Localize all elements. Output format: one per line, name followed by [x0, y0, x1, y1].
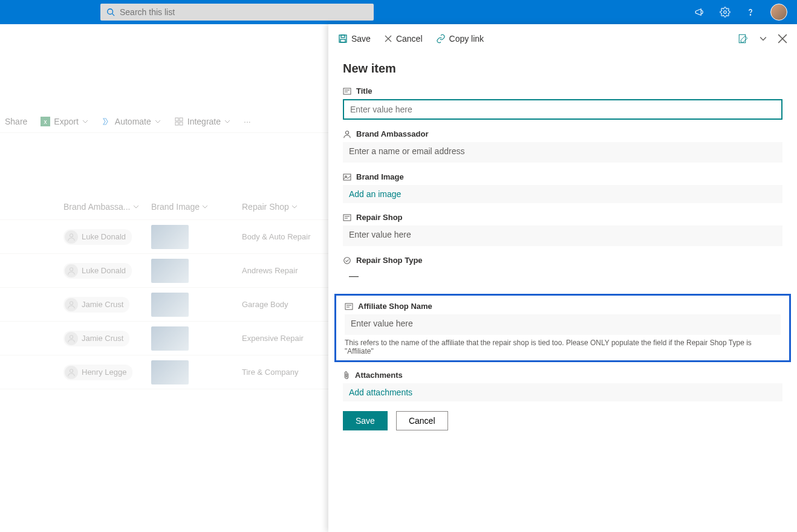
persona-chip[interactable]: Jamie Crust — [63, 297, 129, 313]
brand-image-thumb — [151, 326, 189, 351]
brand-image-thumb — [151, 360, 189, 384]
copy-link-button[interactable]: Copy link — [436, 34, 484, 44]
persona-name: Jamie Crust — [82, 334, 123, 343]
save-button[interactable]: Save — [343, 411, 388, 430]
svg-point-26 — [345, 131, 348, 134]
brand-image-thumb — [151, 225, 189, 249]
col-repair-shop[interactable]: Repair Shop — [242, 202, 333, 212]
choice-icon — [343, 256, 351, 265]
svg-point-10 — [70, 233, 73, 236]
image-icon — [343, 174, 351, 181]
add-attachments-link[interactable]: Add attachments — [343, 383, 782, 401]
app-header — [0, 0, 797, 24]
brand-ambassador-label: Brand Ambassador — [356, 129, 428, 138]
svg-point-2 — [724, 11, 727, 14]
svg-point-32 — [344, 257, 351, 264]
svg-rect-33 — [345, 303, 353, 310]
chevron-down-icon[interactable] — [760, 35, 767, 42]
col-brand-image[interactable]: Brand Image — [151, 202, 242, 212]
settings-icon[interactable] — [720, 7, 730, 18]
search-icon — [106, 8, 115, 16]
panel-toolbar: Save Cancel Copy link — [328, 24, 797, 53]
persona-chip[interactable]: Luke Donald — [63, 229, 132, 245]
repair-shop-type-label: Repair Shop Type — [356, 256, 423, 265]
repair-shop-cell: Tire & Company — [242, 368, 333, 377]
cancel-button[interactable]: Cancel — [396, 411, 448, 430]
integrate-button[interactable]: Integrate — [174, 117, 230, 126]
svg-point-3 — [750, 15, 750, 15]
chevron-down-icon — [291, 204, 298, 210]
title-input[interactable] — [343, 99, 782, 120]
new-item-panel: Save Cancel Copy link New item — [328, 24, 797, 532]
svg-rect-8 — [175, 122, 178, 125]
user-avatar[interactable] — [770, 4, 787, 21]
svg-point-11 — [70, 267, 73, 270]
close-icon — [384, 34, 392, 43]
brand-ambassador-input[interactable]: Enter a name or email address — [343, 142, 782, 163]
megaphone-icon[interactable] — [694, 7, 705, 18]
svg-rect-7 — [180, 118, 183, 121]
flow-icon — [102, 117, 111, 126]
persona-avatar-icon — [65, 332, 78, 345]
search-box[interactable] — [100, 4, 374, 21]
repair-shop-cell: Andrews Repair — [242, 266, 333, 275]
persona-chip[interactable]: Henry Legge — [63, 365, 132, 380]
persona-avatar-icon — [65, 230, 78, 244]
repair-shop-cell: Body & Auto Repair — [242, 232, 333, 241]
brand-image-thumb — [151, 293, 189, 317]
excel-icon: x — [41, 117, 50, 126]
text-field-icon — [343, 214, 351, 221]
brand-image-thumb — [151, 259, 189, 283]
repair-shop-label: Repair Shop — [356, 213, 403, 222]
affiliate-input[interactable]: Enter value here — [345, 314, 781, 335]
title-label: Title — [356, 86, 372, 96]
chevron-down-icon — [133, 204, 139, 210]
search-input[interactable] — [120, 7, 368, 17]
persona-chip[interactable]: Luke Donald — [63, 263, 132, 279]
svg-rect-29 — [343, 215, 351, 221]
persona-name: Luke Donald — [82, 266, 126, 275]
save-icon — [338, 34, 348, 44]
export-button[interactable]: x Export — [41, 117, 88, 126]
form-edit-icon[interactable] — [738, 33, 749, 44]
svg-point-13 — [70, 335, 73, 338]
svg-rect-16 — [341, 35, 345, 37]
attachments-label: Attachments — [355, 371, 403, 380]
panel-title: New item — [343, 62, 782, 76]
col-brand-ambassador[interactable]: Brand Ambassa... — [63, 202, 151, 212]
grid-icon — [174, 117, 184, 126]
close-panel-button[interactable] — [778, 34, 787, 44]
help-icon[interactable] — [745, 7, 756, 18]
chevron-down-icon — [82, 118, 88, 125]
repair-shop-type-value[interactable]: — — [343, 268, 782, 284]
persona-avatar-icon — [65, 298, 78, 311]
share-button[interactable]: Share — [5, 117, 27, 126]
svg-line-1 — [112, 14, 115, 16]
add-image-link[interactable]: Add an image — [343, 185, 782, 203]
svg-text:x: x — [44, 118, 47, 125]
repair-shop-input[interactable]: Enter value here — [343, 225, 782, 246]
affiliate-highlight: Affiliate Shop Name Enter value here Thi… — [334, 294, 791, 362]
more-button[interactable]: ··· — [244, 117, 251, 126]
persona-name: Jamie Crust — [82, 300, 123, 309]
chevron-down-icon — [224, 118, 230, 125]
person-icon — [343, 130, 351, 138]
affiliate-help-text: This refers to the name of the affiliate… — [345, 339, 781, 355]
persona-name: Henry Legge — [82, 368, 126, 377]
repair-shop-cell: Expensive Repair — [242, 334, 333, 343]
attachment-icon — [343, 371, 350, 380]
svg-rect-23 — [343, 88, 351, 94]
text-field-icon — [343, 88, 351, 95]
chevron-down-icon — [155, 118, 161, 125]
panel-save-button[interactable]: Save — [338, 34, 371, 44]
svg-rect-17 — [340, 39, 345, 42]
persona-chip[interactable]: Jamie Crust — [63, 331, 129, 346]
link-icon — [436, 34, 446, 44]
repair-shop-cell: Garage Body — [242, 300, 333, 309]
persona-avatar-icon — [65, 366, 78, 379]
automate-button[interactable]: Automate — [102, 117, 161, 126]
chevron-down-icon — [202, 204, 208, 210]
svg-point-0 — [108, 9, 113, 15]
svg-point-14 — [70, 369, 73, 372]
panel-cancel-button[interactable]: Cancel — [384, 34, 423, 44]
